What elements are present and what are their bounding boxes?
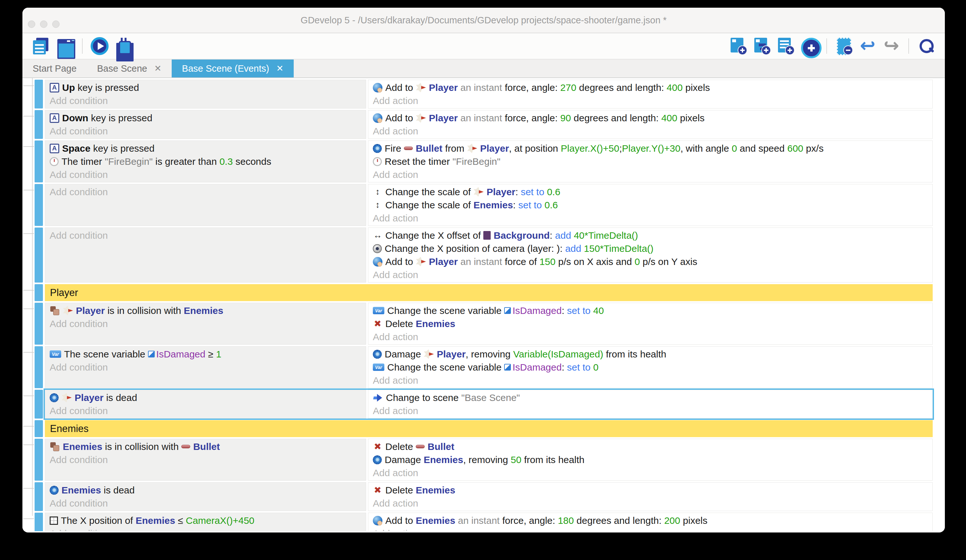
event-group-enemies[interactable]: Enemies — [45, 420, 933, 437]
keyboard-icon — [50, 144, 59, 153]
event-row[interactable]: Up key is pressedAdd conditionAdd to Pla… — [45, 80, 933, 108]
add-condition-button[interactable]: Add condition — [50, 317, 362, 330]
bullet-icon — [404, 147, 413, 150]
action-sentence[interactable]: Change the X offset of Background: add 4… — [373, 229, 928, 242]
condition-sentence[interactable]: Down key is pressed — [50, 111, 362, 124]
action-sentence[interactable]: Add to Enemies an instant force, angle: … — [373, 514, 928, 527]
action-sentence[interactable]: Reset the timer "FireBegin" — [373, 155, 928, 168]
action-sentence[interactable]: Add to Player an instant force, angle: 2… — [373, 81, 928, 94]
sentence-segment: pixels — [680, 515, 708, 526]
event-row[interactable]: Add conditionChange the scale of Player:… — [45, 184, 933, 226]
add-action-button[interactable]: Add action — [373, 374, 928, 387]
action-sentence[interactable]: Change the scale of Player: set to 0.6 — [373, 185, 928, 198]
toolbar-divider — [826, 38, 827, 54]
event-row-selected[interactable]: Player is deadAdd conditionChange to sce… — [45, 390, 933, 419]
event-row[interactable]: Add conditionChange the X offset of Back… — [45, 228, 933, 283]
varbadge-icon — [504, 364, 511, 370]
condition-sentence[interactable]: The scene variable IsDamaged ≥ 1 — [50, 347, 362, 361]
condition-sentence[interactable]: Space key is pressed — [50, 142, 362, 155]
conditions-column: Enemies is in collision with BulletAdd c… — [45, 439, 366, 481]
action-sentence[interactable]: Delete Enemies — [373, 483, 928, 497]
tab-label: Base Scene — [97, 63, 147, 74]
add-condition-button[interactable]: Add condition — [50, 361, 362, 374]
condition-sentence[interactable]: Enemies is in collision with Bullet — [50, 440, 362, 453]
tab-start-page[interactable]: Start Page — [22, 59, 87, 77]
sentence-segment: Add to — [385, 82, 416, 93]
add-condition-button[interactable]: Add condition — [50, 185, 362, 198]
action-sentence[interactable]: Fire Bullet from Player, at position Pla… — [373, 142, 928, 155]
add-condition-button[interactable]: Add condition — [50, 229, 362, 242]
event-row[interactable]: The X position of Enemies ≤ CameraX()+45… — [45, 513, 933, 531]
remove-event-icon[interactable] — [835, 37, 853, 55]
sentence-segment: CameraX()+450 — [186, 515, 254, 526]
close-tab-icon[interactable]: ✕ — [154, 63, 161, 74]
action-sentence[interactable]: Change to scene "Base Scene" — [373, 391, 928, 404]
event-group-player[interactable]: Player — [45, 284, 933, 301]
add-action-button[interactable]: Add action — [373, 527, 928, 531]
add-subevent-icon[interactable] — [753, 37, 771, 55]
action-sentence[interactable]: Add to Player an instant force of 150 p/… — [373, 255, 928, 268]
condition-sentence[interactable]: Up key is pressed — [50, 81, 362, 94]
add-action-button[interactable]: Add action — [373, 268, 928, 281]
sentence-segment: 90 — [560, 113, 571, 123]
action-sentence[interactable]: Damage Player, removing Variable(IsDamag… — [373, 347, 928, 361]
add-circle-icon[interactable] — [800, 37, 818, 55]
actions-column: Fire Bullet from Player, at position Pla… — [368, 141, 933, 182]
sentence-segment: key is pressed — [75, 82, 139, 93]
tab-base-scene[interactable]: Base Scene✕ — [87, 59, 172, 77]
sentence-segment: Enemies — [416, 318, 455, 329]
condition-sentence[interactable]: Player is in collision with Enemies — [50, 304, 362, 317]
add-condition-button[interactable]: Add condition — [50, 527, 362, 531]
sentence-segment: force, angle: — [502, 515, 558, 526]
add-condition-button[interactable]: Add condition — [50, 497, 362, 510]
add-condition-button[interactable]: Add condition — [50, 168, 362, 181]
undo-icon[interactable] — [859, 37, 877, 55]
sentence-segment: Enemies — [63, 441, 102, 452]
add-condition-button[interactable]: Add condition — [50, 453, 362, 466]
event-row[interactable]: Enemies is in collision with BulletAdd c… — [45, 439, 933, 481]
close-tab-icon[interactable]: ✕ — [276, 63, 283, 74]
add-condition-button[interactable]: Add condition — [50, 124, 362, 138]
add-condition-button[interactable]: Add condition — [50, 404, 362, 417]
project-manager-icon[interactable] — [32, 37, 50, 55]
add-action-button[interactable]: Add action — [373, 211, 928, 224]
debug-icon[interactable] — [114, 37, 132, 55]
add-action-button[interactable]: Add action — [373, 497, 928, 510]
scene-editor-icon[interactable] — [56, 37, 74, 55]
sentence-segment: Delete — [385, 318, 416, 329]
condition-sentence[interactable]: The X position of Enemies ≤ CameraX()+45… — [50, 514, 362, 527]
event-row[interactable]: Down key is pressedAdd conditionAdd to P… — [45, 110, 933, 139]
sentence-segment: IsDamaged — [513, 305, 562, 316]
tab-base-scene-events-[interactable]: Base Scene (Events)✕ — [172, 59, 294, 77]
sentence-segment: 40*TimeDelta() — [573, 230, 638, 241]
search-icon[interactable] — [917, 37, 935, 55]
event-row[interactable]: The scene variable IsDamaged ≥ 1Add cond… — [45, 346, 933, 388]
add-action-button[interactable]: Add action — [373, 466, 928, 479]
add-action-button[interactable]: Add action — [373, 168, 928, 181]
add-action-button[interactable]: Add action — [373, 330, 928, 343]
action-sentence[interactable]: Add to Player an instant force, angle: 9… — [373, 111, 928, 124]
add-comment-icon[interactable] — [777, 37, 795, 55]
title-bar[interactable]: GDevelop 5 - /Users/dkarakay/Documents/G… — [22, 8, 945, 33]
action-sentence[interactable]: Delete Enemies — [373, 317, 928, 330]
keyboard-icon — [50, 83, 59, 92]
play-icon[interactable] — [90, 37, 108, 55]
add-event-icon[interactable] — [729, 37, 747, 55]
action-sentence[interactable]: Change the scale of Enemies: set to 0.6 — [373, 198, 928, 211]
add-condition-button[interactable]: Add condition — [50, 94, 362, 107]
add-action-button[interactable]: Add action — [373, 124, 928, 138]
event-row[interactable]: Player is in collision with EnemiesAdd c… — [45, 303, 933, 345]
add-action-button[interactable]: Add action — [373, 94, 928, 107]
redo-icon[interactable] — [882, 37, 900, 55]
action-sentence[interactable]: Change the scene variable IsDamaged: set… — [373, 361, 928, 374]
condition-sentence[interactable]: Enemies is dead — [50, 483, 362, 497]
add-action-button[interactable]: Add action — [373, 404, 928, 417]
condition-sentence[interactable]: Player is dead — [50, 391, 362, 404]
action-sentence[interactable]: Damage Enemies, removing 50 from its hea… — [373, 453, 928, 466]
action-sentence[interactable]: Change the scene variable IsDamaged: set… — [373, 304, 928, 317]
condition-sentence[interactable]: The timer "FireBegin" is greater than 0.… — [50, 155, 362, 168]
action-sentence[interactable]: Change the X position of camera (layer: … — [373, 242, 928, 255]
event-row[interactable]: Space key is pressedThe timer "FireBegin… — [45, 141, 933, 182]
action-sentence[interactable]: Delete Bullet — [373, 440, 928, 453]
event-row[interactable]: Enemies is deadAdd conditionDelete Enemi… — [45, 482, 933, 511]
